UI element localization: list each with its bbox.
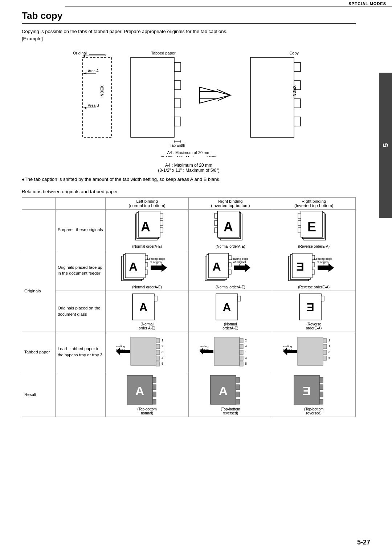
svg-text:3: 3: [328, 350, 330, 354]
side-tab: 5: [379, 73, 392, 218]
svg-rect-89: [154, 296, 157, 301]
svg-rect-153: [319, 392, 323, 397]
svg-rect-98: [156, 339, 160, 343]
svg-text:A: A: [129, 260, 138, 273]
svg-text:of original: of original: [317, 260, 329, 264]
header-bar: SPECIAL MODES: [65, 0, 392, 7]
table-row: Originals Originals placed face up in th…: [22, 250, 356, 291]
main-table: Left binding(normal top-bottom) Right bi…: [22, 197, 356, 417]
svg-rect-129: [323, 356, 327, 360]
svg-marker-84: [318, 263, 334, 272]
svg-rect-111: [214, 337, 240, 365]
svg-text:direction: direction: [283, 348, 292, 352]
svg-text:5: 5: [245, 362, 247, 365]
svg-rect-44: [215, 213, 217, 218]
svg-marker-6: [83, 72, 86, 74]
original-label: Original: [73, 51, 87, 55]
svg-rect-154: [319, 399, 323, 404]
svg-rect-126: [323, 339, 327, 343]
svg-text:4: 4: [245, 344, 247, 348]
svg-rect-82: [312, 270, 315, 274]
svg-rect-12: [131, 57, 174, 137]
header-title: SPECIAL MODES: [348, 1, 386, 6]
svg-text:2: 2: [328, 339, 330, 342]
svg-text:5: 5: [162, 362, 163, 365]
svg-rect-112: [240, 339, 243, 343]
svg-rect-139: [152, 377, 156, 382]
svg-text:4: 4: [162, 356, 163, 360]
main-content: Tab copy Copying is possible on the tabs…: [22, 10, 370, 417]
svg-text:5: 5: [328, 356, 330, 360]
page-number: 5-27: [357, 539, 370, 546]
svg-rect-151: [319, 377, 323, 382]
svg-text:1: 1: [162, 339, 163, 342]
svg-rect-115: [240, 356, 243, 360]
svg-text:1: 1: [328, 344, 330, 348]
svg-rect-60: [145, 270, 148, 274]
svg-rect-27: [294, 62, 301, 72]
page-title: Tab copy: [22, 10, 356, 24]
svg-text:A: A: [139, 301, 148, 314]
svg-text:2: 2: [245, 339, 247, 342]
svg-text:Feeding: Feeding: [283, 345, 292, 348]
side-tab-number: 5: [381, 143, 390, 147]
table-row: Result A (Top-bottomnormal): [22, 372, 356, 417]
svg-text:of original: of original: [150, 260, 163, 264]
svg-rect-51: [298, 213, 301, 218]
svg-rect-37: [160, 213, 163, 218]
col-header-2: Right binding(Inverted top-bottom): [189, 197, 272, 209]
svg-text:E: E: [306, 301, 314, 314]
svg-marker-73: [234, 263, 250, 272]
bullet-note: ●The tab caption is shifted by the amoun…: [22, 176, 356, 183]
table-row: Tabbed paper Load tabbed paper in the by…: [22, 332, 356, 372]
svg-rect-148: [236, 399, 240, 404]
svg-rect-45: [215, 220, 217, 226]
svg-rect-140: [152, 385, 156, 390]
svg-text:A4 : Maximum of 20 mm: A4 : Maximum of 20 mm: [167, 150, 210, 155]
svg-text:3: 3: [162, 350, 163, 354]
diagram-section: Original Tabbed paper Copy Area A Area B…: [22, 48, 356, 157]
svg-text:E: E: [302, 384, 311, 397]
svg-text:INDEX: INDEX: [292, 85, 297, 98]
table-row: Prepare these originals A (Normal orderA…: [22, 209, 356, 250]
svg-text:A: A: [212, 260, 221, 273]
svg-rect-13: [174, 62, 181, 72]
svg-text:E: E: [296, 260, 304, 273]
svg-text:A: A: [219, 384, 228, 397]
svg-text:3: 3: [245, 356, 247, 360]
svg-text:Leading edge: Leading edge: [147, 257, 165, 260]
svg-rect-53: [298, 228, 301, 233]
svg-rect-52: [298, 220, 301, 226]
svg-text:3: 3: [286, 352, 287, 355]
tab-copy-diagram: Original Tabbed paper Copy Area A Area B…: [33, 48, 345, 157]
svg-marker-21: [218, 90, 230, 101]
svg-rect-147: [236, 392, 240, 397]
svg-rect-39: [160, 228, 163, 233]
svg-text:Feeding: Feeding: [200, 345, 208, 348]
svg-rect-38: [160, 220, 163, 226]
diagram-caption: A4 : Maximum of 20 mm (8-1/2" x 11" : Ma…: [22, 163, 356, 173]
svg-rect-99: [156, 344, 160, 349]
svg-rect-146: [236, 385, 240, 390]
svg-rect-95: [321, 296, 324, 301]
svg-text:(8-1/2" x 11" : Maximum of 5/8: (8-1/2" x 11" : Maximum of 5/8"): [160, 155, 217, 157]
svg-rect-71: [229, 270, 231, 274]
table-row: Originals placed on the document glass A…: [22, 291, 356, 332]
svg-rect-114: [240, 350, 243, 355]
svg-text:Leading edge: Leading edge: [314, 257, 332, 260]
col-header-1: Left binding(normal top-bottom): [105, 197, 189, 209]
svg-rect-101: [156, 356, 160, 360]
svg-marker-62: [151, 263, 167, 272]
svg-text:direction: direction: [200, 348, 209, 352]
svg-rect-152: [319, 385, 323, 390]
svg-rect-100: [156, 350, 160, 355]
svg-text:direction: direction: [116, 348, 125, 352]
svg-text:Tab width: Tab width: [170, 143, 185, 147]
svg-rect-16: [174, 117, 181, 126]
svg-text:E: E: [307, 219, 316, 234]
svg-text:Feeding: Feeding: [116, 345, 125, 348]
table-section-label: Relations between originals and tabbed p…: [22, 189, 356, 194]
svg-rect-97: [131, 337, 156, 365]
intro-line1: Copying is possible on the tabs of tabbe…: [22, 28, 356, 42]
col-header-3: Right binding(Inverted top-bottom): [272, 197, 356, 209]
